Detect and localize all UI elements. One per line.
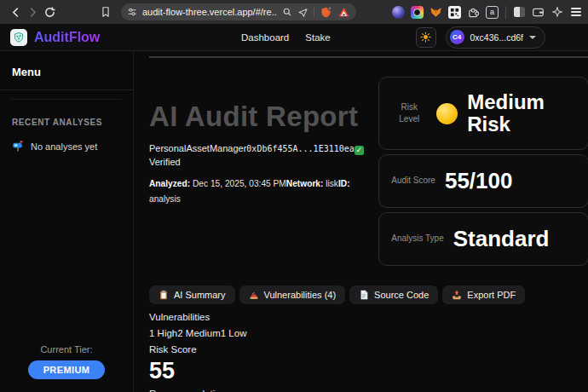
document-icon bbox=[359, 290, 369, 300]
sidebar-footer: Current Tier: PREMIUM bbox=[0, 344, 133, 392]
sidebar: Menu RECENT ANALYSES No analyses yet Cur… bbox=[0, 51, 134, 392]
app-header: AuditFlow Dashboard Stake C4 0xc436...cd… bbox=[0, 24, 588, 51]
audit-score-value: 55/100 bbox=[445, 169, 513, 193]
divider bbox=[11, 99, 122, 100]
a-extension-icon[interactable]: a bbox=[486, 6, 499, 19]
network-label: Network: bbox=[286, 179, 324, 188]
app-name: AuditFlow bbox=[34, 30, 100, 45]
tier-label: Current Tier: bbox=[0, 344, 133, 355]
contract-line: PersonalAssetManager0xDb6f455A...1E3110e… bbox=[149, 142, 378, 170]
contract-address: 0xDb6f455A...1E3110ea bbox=[246, 144, 354, 153]
risk-level-label: Risk Level bbox=[391, 101, 427, 126]
main-nav: Dashboard Stake bbox=[241, 32, 331, 43]
yellow-circle-icon bbox=[436, 103, 458, 124]
bookmark-icon[interactable] bbox=[97, 3, 114, 20]
vulnerabilities-label: Vulnerabilities bbox=[149, 311, 588, 324]
analysis-type-label: Analysis Type bbox=[391, 233, 444, 245]
tab-label: AI Summary bbox=[174, 290, 226, 300]
tab-export-pdf[interactable]: Export PDF bbox=[442, 285, 525, 304]
sidebar-toggle-icon[interactable] bbox=[513, 6, 526, 19]
shield-logo-icon bbox=[13, 32, 25, 43]
recommendation-label: Recommendation bbox=[149, 388, 588, 392]
tab-label: Source Code bbox=[374, 290, 429, 300]
divider bbox=[314, 7, 314, 17]
url-text: audit-flow-three.vercel.app/#/re... bbox=[142, 7, 277, 17]
verified-label: Verified bbox=[149, 157, 181, 167]
verified-check-icon: ✓ bbox=[355, 146, 364, 155]
wallet-account-button[interactable]: C4 0xc436...cd6f bbox=[446, 26, 545, 49]
analysis-type-card: Analysis Type Standard bbox=[378, 212, 588, 266]
report-tabs: AI Summary Vulnerabilities (4) Source Co… bbox=[149, 285, 588, 304]
vulnerability-counts: 1 High2 Medium1 Low bbox=[149, 327, 588, 340]
empty-analyses-text: No analyses yet bbox=[31, 141, 97, 152]
wallet-address: 0xc436...cd6f bbox=[470, 32, 523, 43]
chevron-down-icon bbox=[529, 36, 536, 39]
metamask-icon[interactable] bbox=[429, 6, 442, 19]
risk-score-value: 55 bbox=[149, 360, 588, 383]
bat-rewards-icon[interactable] bbox=[337, 6, 350, 19]
tab-ai-summary[interactable]: AI Summary bbox=[149, 285, 235, 304]
browser-toolbar: audit-flow-three.vercel.app/#/re... a bbox=[0, 0, 588, 24]
tab-vulnerabilities[interactable]: Vulnerabilities (4) bbox=[239, 285, 346, 304]
send-icon[interactable] bbox=[297, 7, 308, 18]
divider bbox=[0, 89, 133, 90]
export-tray-icon bbox=[452, 290, 462, 300]
count-medium: 2 Medium bbox=[177, 328, 221, 338]
extensions-puzzle-icon[interactable] bbox=[467, 6, 480, 19]
main-content: AI Audit Report PersonalAssetManager0xDb… bbox=[134, 51, 588, 392]
network-value: lisk bbox=[323, 179, 338, 188]
address-bar[interactable]: audit-flow-three.vercel.app/#/re... bbox=[121, 3, 356, 20]
wallet-extension-icon[interactable] bbox=[392, 6, 405, 19]
empty-analyses-item: No analyses yet bbox=[12, 141, 121, 153]
wallet-icon[interactable] bbox=[532, 6, 545, 19]
back-icon[interactable] bbox=[7, 3, 24, 20]
id-value: analysis bbox=[149, 192, 181, 207]
avatar: C4 bbox=[450, 30, 464, 44]
search-icon[interactable] bbox=[282, 7, 292, 17]
extensions-row: a bbox=[392, 6, 499, 19]
audit-score-label: Audit Score bbox=[391, 175, 435, 187]
sun-icon bbox=[420, 32, 431, 43]
id-label: ID: bbox=[338, 179, 350, 188]
nav-stake-link[interactable]: Stake bbox=[305, 32, 330, 43]
forward-icon[interactable] bbox=[24, 3, 41, 20]
tab-label: Export PDF bbox=[467, 290, 516, 300]
siren-icon bbox=[249, 290, 259, 300]
divider bbox=[505, 6, 506, 19]
tier-badge: PREMIUM bbox=[28, 360, 106, 379]
nav-dashboard-link[interactable]: Dashboard bbox=[241, 32, 289, 43]
browser-actions bbox=[513, 6, 582, 19]
count-high: 1 High bbox=[149, 328, 177, 338]
stat-cards: Risk Level Medium Risk Audit Score 55/10… bbox=[378, 77, 588, 266]
reload-icon[interactable] bbox=[41, 3, 58, 20]
theme-toggle-button[interactable] bbox=[416, 27, 436, 48]
analyzed-value: Dec 15, 2025, 03:45 PM bbox=[190, 179, 286, 188]
recent-analyses-label: RECENT ANALYSES bbox=[12, 118, 121, 127]
analyzed-label: Analyzed: bbox=[149, 179, 190, 188]
audit-score-card: Audit Score 55/100 bbox=[378, 154, 588, 208]
page-title: AI Audit Report bbox=[149, 101, 378, 133]
brave-shield-icon[interactable] bbox=[320, 6, 332, 19]
report-meta: Analyzed: Dec 15, 2025, 03:45 PMNetwork:… bbox=[149, 176, 378, 207]
clipboard-icon bbox=[159, 290, 169, 300]
tab-source-code[interactable]: Source Code bbox=[349, 285, 438, 304]
mailbox-icon bbox=[12, 141, 24, 153]
summary-block: Vulnerabilities 1 High2 Medium1 Low Risk… bbox=[149, 311, 588, 392]
tune-icon bbox=[127, 7, 137, 17]
leo-sparkle-icon[interactable] bbox=[551, 6, 563, 19]
analysis-type-value: Standard bbox=[453, 227, 550, 251]
risk-level-value: Medium Risk bbox=[467, 91, 576, 135]
risk-level-card: Risk Level Medium Risk bbox=[378, 77, 588, 150]
menu-icon[interactable] bbox=[569, 6, 582, 19]
tab-label: Vulnerabilities (4) bbox=[264, 290, 337, 300]
sidebar-title: Menu bbox=[12, 66, 121, 78]
risk-score-label: Risk Score bbox=[149, 343, 588, 356]
count-low: 1 Low bbox=[221, 328, 247, 338]
contract-name: PersonalAssetManager bbox=[149, 143, 246, 153]
camera-extension-icon[interactable] bbox=[411, 6, 424, 19]
qr-extension-icon[interactable] bbox=[448, 6, 461, 19]
app-logo[interactable] bbox=[10, 29, 27, 46]
